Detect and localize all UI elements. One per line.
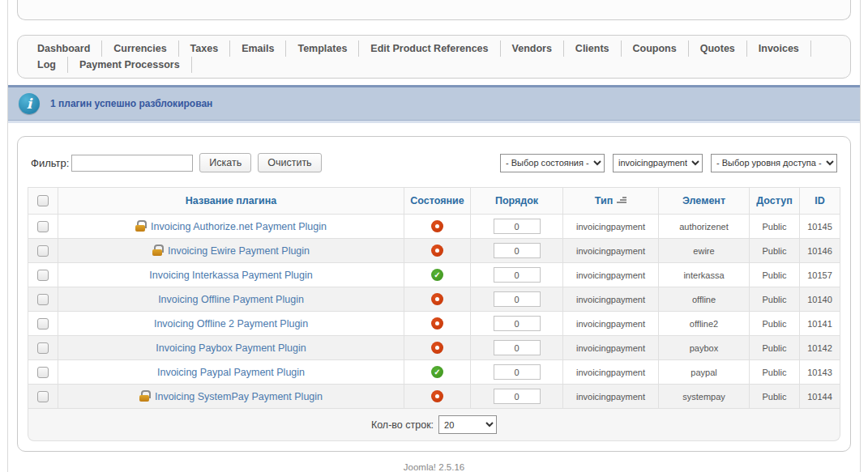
row-checkbox[interactable] bbox=[37, 342, 49, 354]
plugin-name-link[interactable]: Invoicing Ewire Payment Plugin bbox=[168, 245, 310, 257]
state-cell bbox=[404, 287, 471, 312]
unpublished-icon[interactable] bbox=[431, 342, 443, 354]
select-all-checkbox[interactable] bbox=[37, 195, 49, 206]
nav-tab-link[interactable]: Payment Processors bbox=[79, 59, 180, 70]
order-input[interactable] bbox=[494, 316, 541, 331]
order-cell bbox=[471, 287, 563, 312]
plugin-name-link[interactable]: Invoicing Interkassa Payment Plugin bbox=[149, 270, 313, 281]
unpublished-icon[interactable] bbox=[431, 293, 443, 305]
unpublished-icon[interactable] bbox=[431, 390, 443, 402]
lock-icon bbox=[135, 220, 145, 232]
table-row: Invoicing Interkassa Payment Plugininvoi… bbox=[28, 263, 840, 287]
nav-tab-link[interactable]: Emails bbox=[242, 43, 274, 54]
rows-per-page-select[interactable]: 20 bbox=[438, 415, 497, 434]
column-header-name[interactable]: Название плагина bbox=[58, 188, 404, 215]
plugin-name-link[interactable]: Invoicing Offline 2 Payment Plugin bbox=[154, 318, 308, 330]
order-input[interactable] bbox=[494, 340, 541, 355]
table-row: Invoicing Ewire Payment Plugininvoicingp… bbox=[28, 239, 840, 263]
toolbar-container bbox=[17, 0, 851, 20]
nav-tab-link[interactable]: Edit Product References bbox=[370, 43, 488, 54]
search-button[interactable]: Искать bbox=[199, 153, 251, 172]
order-cell bbox=[471, 263, 563, 287]
column-header-type[interactable]: Тип bbox=[563, 188, 659, 215]
element-cell: paypal bbox=[659, 360, 750, 385]
order-input[interactable] bbox=[494, 243, 541, 258]
clear-button[interactable]: Очистить bbox=[258, 153, 321, 172]
access-cell: Public bbox=[750, 215, 800, 239]
id-cell: 10143 bbox=[800, 360, 840, 385]
page-container: DashboardCurrenciesTaxesEmailsTemplatesE… bbox=[7, 0, 861, 472]
plugin-name-link[interactable]: Invoicing SystemPay Payment Plugin bbox=[155, 391, 323, 402]
filter-input[interactable] bbox=[71, 155, 193, 172]
column-header-order[interactable]: Порядок bbox=[471, 188, 563, 215]
state-cell bbox=[404, 336, 471, 360]
nav-tab-templates: Templates bbox=[286, 40, 359, 57]
order-input[interactable] bbox=[494, 219, 541, 234]
plugins-table: Название плагина Состояние Порядок Тип Э… bbox=[28, 187, 840, 409]
plugin-name-cell: Invoicing Offline 2 Payment Plugin bbox=[58, 312, 404, 336]
row-checkbox[interactable] bbox=[37, 391, 49, 402]
access-filter-select[interactable]: - Выбор уровня доступа - bbox=[711, 154, 837, 172]
access-cell: Public bbox=[750, 360, 800, 385]
type-cell: invoicingpayment bbox=[563, 360, 659, 385]
type-cell: invoicingpayment bbox=[563, 385, 659, 409]
nav-tab-link[interactable]: Templates bbox=[297, 43, 347, 54]
row-checkbox-cell bbox=[28, 215, 58, 239]
type-filter-select[interactable]: invoicingpayment bbox=[613, 154, 703, 172]
nav-tab-link[interactable]: Invoices bbox=[759, 43, 799, 54]
type-cell: invoicingpayment bbox=[563, 215, 659, 239]
column-header-access[interactable]: Доступ bbox=[750, 188, 800, 215]
table-row: Invoicing Offline Payment Plugininvoicin… bbox=[28, 287, 840, 312]
order-cell bbox=[471, 385, 563, 409]
plugin-name-link[interactable]: Invoicing Paybox Payment Plugin bbox=[156, 342, 306, 354]
admin-submenu: DashboardCurrenciesTaxesEmailsTemplatesE… bbox=[17, 35, 851, 79]
row-checkbox[interactable] bbox=[37, 270, 49, 281]
order-cell bbox=[471, 360, 563, 385]
table-row: Invoicing SystemPay Payment Plugininvoic… bbox=[28, 385, 840, 409]
column-header-id[interactable]: ID bbox=[800, 188, 840, 215]
plugin-name-cell: Invoicing Offline Payment Plugin bbox=[58, 287, 404, 312]
element-cell: offline2 bbox=[659, 312, 750, 336]
unpublished-icon[interactable] bbox=[431, 220, 443, 232]
nav-tab-link[interactable]: Currencies bbox=[113, 43, 166, 54]
element-cell: systempay bbox=[659, 385, 750, 409]
state-filter-select[interactable]: - Выбор состояния - bbox=[500, 154, 605, 172]
order-input[interactable] bbox=[494, 291, 541, 307]
column-header-element[interactable]: Элемент bbox=[659, 188, 750, 215]
published-icon[interactable] bbox=[431, 269, 443, 281]
nav-tab-link[interactable]: Log bbox=[37, 59, 56, 70]
published-icon[interactable] bbox=[431, 366, 443, 378]
order-cell bbox=[471, 215, 563, 239]
nav-tab-link[interactable]: Clients bbox=[575, 43, 609, 54]
nav-tab-link[interactable]: Coupons bbox=[633, 43, 677, 54]
row-checkbox[interactable] bbox=[37, 294, 49, 305]
order-input[interactable] bbox=[494, 389, 541, 404]
nav-tab-clients: Clients bbox=[564, 40, 622, 57]
nav-tab-link[interactable]: Quotes bbox=[700, 43, 735, 54]
nav-tab-payment-processors: Payment Processors bbox=[68, 57, 192, 73]
lock-icon bbox=[152, 245, 162, 256]
nav-tab-quotes: Quotes bbox=[689, 40, 747, 57]
access-cell: Public bbox=[750, 312, 800, 336]
state-cell bbox=[404, 263, 471, 287]
plugin-name-link[interactable]: Invoicing Authorize.net Payment Plugin bbox=[151, 221, 327, 232]
order-cell bbox=[471, 312, 563, 336]
order-input[interactable] bbox=[494, 267, 541, 283]
nav-tab-link[interactable]: Vendors bbox=[512, 43, 552, 54]
row-checkbox-cell bbox=[28, 239, 58, 263]
plugin-name-link[interactable]: Invoicing Offline Payment Plugin bbox=[158, 294, 304, 305]
unpublished-icon[interactable] bbox=[431, 317, 443, 330]
pagination-bar: Кол-во строк: 20 bbox=[28, 409, 840, 441]
row-checkbox[interactable] bbox=[37, 367, 49, 378]
row-checkbox[interactable] bbox=[37, 318, 49, 330]
row-checkbox[interactable] bbox=[37, 221, 49, 232]
column-header-state[interactable]: Состояние bbox=[404, 188, 471, 215]
nav-tab-link[interactable]: Taxes bbox=[190, 43, 219, 54]
row-checkbox[interactable] bbox=[37, 245, 49, 257]
plugin-name-link[interactable]: Invoicing Paypal Payment Plugin bbox=[157, 367, 305, 378]
plugin-name-cell: Invoicing Paybox Payment Plugin bbox=[58, 336, 404, 360]
nav-tab-currencies: Currencies bbox=[102, 40, 178, 57]
unpublished-icon[interactable] bbox=[431, 245, 443, 257]
nav-tab-link[interactable]: Dashboard bbox=[37, 43, 90, 54]
order-input[interactable] bbox=[494, 364, 541, 380]
